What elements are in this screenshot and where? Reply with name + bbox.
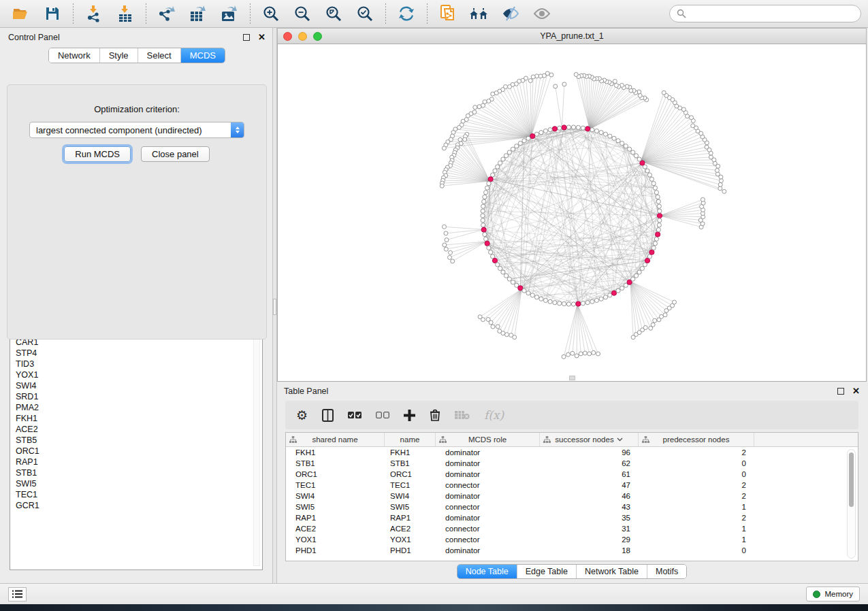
refresh-layout-icon[interactable] [392, 2, 421, 25]
table-row[interactable]: SWI4SWI4dominator462 [286, 491, 858, 501]
table-toolbar: ⚙ f(x) [285, 401, 858, 429]
mcds-result-item[interactable]: FKH1 [13, 413, 253, 424]
float-table-panel-icon[interactable] [837, 388, 844, 395]
deselect-all-icon[interactable] [376, 412, 389, 419]
column-label: predecessor nodes [663, 435, 730, 444]
cell-predecessor-nodes: 0 [639, 546, 754, 555]
network-title: YPA_prune.txt_1 [278, 31, 866, 41]
settings-gear-icon[interactable]: ⚙ [296, 409, 308, 422]
tab-network-table[interactable]: Network Table [576, 565, 647, 578]
table-row[interactable]: ORC1ORC1dominator610 [286, 469, 858, 480]
cell-successor-nodes: 43 [540, 503, 639, 511]
cell-shared-name: SWI4 [286, 492, 385, 500]
delete-column-icon[interactable] [430, 409, 440, 421]
column-header-name[interactable]: name [385, 433, 436, 446]
create-column-icon[interactable] [404, 410, 415, 421]
cell-shared-name: PHD1 [286, 546, 385, 555]
cell-predecessor-nodes: 1 [639, 535, 754, 544]
mcds-result-item[interactable]: STB5 [13, 435, 253, 446]
cell-successor-nodes: 61 [540, 470, 639, 478]
cell-successor-nodes: 62 [540, 459, 639, 467]
mcds-result-item[interactable]: TEC1 [13, 489, 253, 500]
export-table-icon[interactable] [184, 2, 212, 25]
column-header-shared-name[interactable]: shared name [286, 433, 385, 446]
save-icon[interactable] [38, 2, 67, 25]
export-network-icon[interactable] [152, 2, 181, 25]
cell-successor-nodes: 31 [540, 525, 639, 533]
table-row[interactable]: RAP1RAP1dominator352 [286, 512, 858, 523]
mcds-result-item[interactable]: STP4 [13, 348, 253, 359]
network-graph[interactable] [278, 44, 866, 380]
criterion-dropdown[interactable]: largest connected component (undirected) [29, 122, 244, 138]
cell-MCDS-role: dominator [436, 492, 540, 500]
cell-name: ACE2 [385, 525, 436, 533]
mcds-result-item[interactable]: SRD1 [13, 391, 253, 402]
houses-icon[interactable] [465, 2, 494, 25]
cell-predecessor-nodes: 0 [639, 459, 754, 467]
vertical-splitter[interactable] [272, 28, 277, 583]
mcds-result-item[interactable]: RAP1 [13, 457, 253, 467]
zoom-selected-icon[interactable] [351, 2, 379, 25]
show-columns-icon[interactable] [322, 409, 334, 422]
toolbar-separator [385, 3, 386, 24]
close-table-panel-icon[interactable]: ✕ [852, 388, 860, 395]
tab-select[interactable]: Select [138, 48, 180, 63]
float-panel-icon[interactable] [243, 34, 250, 41]
network-canvas[interactable] [277, 44, 867, 382]
table-scrollbar[interactable] [847, 449, 856, 559]
mcds-result-item[interactable]: ORC1 [13, 446, 253, 457]
mcds-result-item[interactable]: SWI5 [13, 478, 253, 489]
duplicate-network-icon[interactable] [434, 2, 462, 25]
select-all-icon[interactable] [348, 412, 361, 419]
mcds-result-item[interactable]: TID3 [13, 359, 253, 369]
table-row[interactable]: SWI5SWI5connector431 [286, 501, 858, 512]
hide-selected-eye-icon[interactable] [496, 2, 525, 25]
criterion-value: largest connected component (undirected) [36, 125, 202, 135]
tab-motifs[interactable]: Motifs [647, 565, 686, 578]
column-header-predecessor-nodes[interactable]: predecessor nodes [639, 433, 754, 446]
open-file-icon[interactable] [7, 2, 35, 25]
import-table-icon[interactable] [111, 2, 140, 25]
column-header-MCDS-role[interactable]: MCDS role [436, 433, 540, 446]
tab-node-table[interactable]: Node Table [457, 565, 517, 578]
tab-mcds[interactable]: MCDS [180, 48, 225, 63]
mcds-result-item[interactable]: SWI4 [13, 380, 253, 391]
search-input[interactable] [690, 9, 854, 18]
splitter-handle[interactable] [273, 299, 276, 315]
control-panel-title: Control Panel [8, 33, 60, 42]
control-panel: Control Panel ✕ NetworkStyleSelectMCDS O… [1, 28, 272, 583]
table-row[interactable]: FKH1FKH1dominator962 [286, 447, 858, 458]
mcds-result-item[interactable]: YOX1 [13, 369, 253, 380]
column-header-successor-nodes[interactable]: successor nodes [540, 433, 639, 446]
zoom-fit-icon[interactable] [319, 2, 348, 25]
table-scrollbar-thumb[interactable] [849, 452, 854, 507]
task-history-button[interactable] [8, 587, 27, 601]
horizontal-splitter-handle[interactable] [569, 376, 575, 380]
mcds-result-item[interactable]: STB1 [13, 467, 253, 478]
mcds-result-item[interactable]: PMA2 [13, 402, 253, 413]
cell-name: SWI5 [385, 503, 436, 511]
cell-MCDS-role: connector [436, 503, 540, 511]
mcds-result-item[interactable]: GCR1 [13, 500, 253, 511]
run-mcds-button[interactable]: Run MCDS [64, 146, 131, 162]
network-titlebar: YPA_prune.txt_1 [277, 28, 867, 44]
memory-button[interactable]: Memory [806, 587, 860, 601]
table-row[interactable]: YOX1YOX1connector291 [286, 534, 858, 545]
table-row[interactable]: PHD1PHD1dominator180 [286, 545, 858, 556]
table-row[interactable]: TEC1TEC1connector472 [286, 480, 858, 491]
close-panel-button[interactable]: Close panel [141, 146, 210, 162]
export-image-icon[interactable] [215, 2, 244, 25]
import-network-icon[interactable] [80, 2, 108, 25]
zoom-out-icon[interactable] [288, 2, 317, 25]
mcds-list-scrollbar[interactable] [253, 323, 260, 566]
tab-style[interactable]: Style [99, 48, 138, 63]
mcds-result-item[interactable]: ACE2 [13, 424, 253, 435]
mcds-result-list: PHD1CAR1STP4TID3YOX1SWI4SRD1PMA2FKH1ACE2… [13, 326, 253, 567]
table-row[interactable]: ACE2ACE2connector311 [286, 523, 858, 534]
network-view-window: YPA_prune.txt_1 [277, 28, 867, 382]
tab-edge-table[interactable]: Edge Table [517, 565, 576, 578]
close-panel-icon[interactable]: ✕ [258, 34, 266, 41]
table-row[interactable]: STB1STB1dominator620 [286, 458, 858, 469]
zoom-in-icon[interactable] [257, 2, 285, 25]
tab-network[interactable]: Network [49, 48, 99, 63]
